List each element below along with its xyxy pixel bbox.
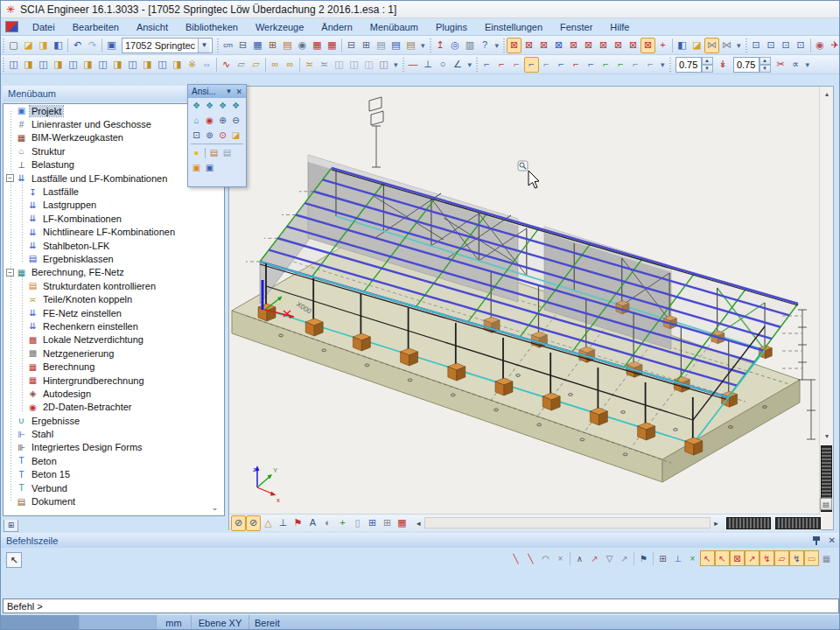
light-angle-button[interactable]: △ <box>261 515 276 531</box>
save-button[interactable]: ◧ <box>51 38 66 53</box>
plugin-jet-button[interactable]: ✈ <box>828 38 840 53</box>
viewport-horizontal-scrollbar[interactable] <box>424 517 711 528</box>
3d-viewport[interactable]: X000 z Y x ▴ ▾ <box>228 86 834 530</box>
toolbar-overflow-chevron[interactable]: ▾ <box>803 60 813 69</box>
section-9-button[interactable]: ◫ <box>125 57 140 73</box>
toolbar-overflow-chevron[interactable]: ▾ <box>734 41 744 50</box>
render-shading-button[interactable]: ◐ <box>320 515 335 531</box>
beam-f6-button[interactable]: ⌐ <box>554 57 569 73</box>
beam-f11-button[interactable]: ⌐ <box>628 57 643 73</box>
engineering-report-button[interactable]: ▤ <box>388 38 403 53</box>
scroll-down-button[interactable]: ▾ <box>821 430 833 443</box>
ghost-4-button[interactable]: ◫ <box>376 57 391 73</box>
drawing-scale-button[interactable]: ∝ <box>788 57 803 73</box>
scale-factor-2-stepper[interactable]: ▲▼ <box>760 57 771 73</box>
profile-copy-button[interactable]: ⊠ <box>626 38 640 53</box>
tree-item-lastgruppen[interactable]: ⇊Lastgruppen <box>4 199 224 212</box>
snap-grid-button[interactable]: ⊞ <box>655 550 670 566</box>
document-gray-button[interactable]: ▤ <box>374 38 388 53</box>
view-x-button[interactable]: ❖ <box>190 99 203 112</box>
tree-item-integriertes-design-forms[interactable]: ⊪Integriertes Design Forms <box>4 441 224 454</box>
ghost-1-button[interactable]: ◫ <box>332 57 346 73</box>
light-toggle-button[interactable]: ● <box>190 146 203 159</box>
print-button[interactable]: ⊟ <box>344 38 359 53</box>
zoom-all-button[interactable]: ⊚ <box>203 129 216 142</box>
link-1-button[interactable]: ∞ <box>268 57 283 73</box>
menu-item-ansicht[interactable]: Ansicht <box>128 19 177 35</box>
wireframe-button[interactable]: ▣ <box>203 161 216 174</box>
table-input-button[interactable]: ▦ <box>325 38 340 53</box>
zoom-selection-button[interactable]: ⊙ <box>216 129 229 142</box>
snap-surface-button[interactable]: ▽ <box>602 550 617 566</box>
snap-calculator-button[interactable]: ▦ <box>819 550 834 566</box>
calculator-button[interactable]: ▦ <box>250 38 265 53</box>
ghost-3-button[interactable]: ◫ <box>361 57 376 73</box>
view-section-button[interactable]: ◉ <box>203 114 216 127</box>
ghost-2-button[interactable]: ◫ <box>346 57 361 73</box>
tree-item-lokale-netzverdichtung[interactable]: ▩Lokale Netzverdichtung <box>4 333 224 346</box>
tree-item-stahl[interactable]: ⊩Stahl <box>4 427 224 440</box>
scale-factor-1-value[interactable]: 0.75 <box>676 57 702 73</box>
filter-on-button[interactable]: ⋈ <box>704 38 719 53</box>
tree-item-nichtlineare-lf-kombinationen[interactable]: ⇊Nichtlineare LF-Kombinationen <box>4 226 224 239</box>
clipboard-button[interactable]: ▤ <box>280 38 295 53</box>
snap-circle-button[interactable]: ◠ <box>538 550 553 566</box>
dim-angle-button[interactable]: ∠ <box>451 57 466 73</box>
clip-box-button[interactable]: ▣ <box>190 161 203 174</box>
undo-button[interactable]: ↶ <box>70 38 85 53</box>
redo-button[interactable]: ↷ <box>85 38 100 53</box>
snap-line-1-button[interactable]: ╲ <box>508 550 523 566</box>
window-horizontal-button[interactable]: ⊡ <box>779 38 794 53</box>
dim-line-button[interactable]: — <box>406 57 421 73</box>
rotate-x-slider[interactable] <box>726 517 772 529</box>
scroll-left-icon[interactable]: ◂ <box>413 519 424 528</box>
beam-f5-button[interactable]: ⌐ <box>539 57 554 73</box>
section-7-button[interactable]: ◫ <box>95 57 110 73</box>
coordinates-button[interactable]: ⊞ <box>265 38 280 53</box>
table-results-button[interactable]: ▦ <box>310 38 325 53</box>
tree-item-netzgenerierung[interactable]: ▩Netzgenerierung <box>4 346 224 360</box>
open-project-button[interactable]: ◪ <box>21 38 36 53</box>
viewport-vertical-scrollbar[interactable]: ▴ ▾ ▤ <box>819 87 833 514</box>
snap-curve-active-button[interactable]: ↯ <box>789 550 804 566</box>
zoom-window-button[interactable]: ⊡ <box>190 129 203 142</box>
tree-item-verbund[interactable]: TVerbund <box>4 481 224 494</box>
status-units[interactable]: mm <box>157 615 192 630</box>
section-6-button[interactable]: ◨ <box>80 57 95 73</box>
tree-expander-minus[interactable]: − <box>6 174 14 182</box>
view-palette-titlebar[interactable]: Ansi... ▼ ✕ <box>188 85 246 98</box>
load-selection-button[interactable]: ◪ <box>690 38 704 53</box>
show-labels-button[interactable]: A <box>305 515 320 531</box>
tree-item-beton-15[interactable]: TBeton 15 <box>4 468 224 481</box>
clip-polygon-button[interactable]: ▱ <box>248 57 263 73</box>
profile-delete-button[interactable]: ⊠ <box>536 38 551 53</box>
section-14-button[interactable]: ⇔ <box>200 57 214 73</box>
menu-item--ndern[interactable]: Ändern <box>312 19 360 35</box>
beam-f3-button[interactable]: ⌐ <box>509 57 524 73</box>
window-tile-button[interactable]: ⊡ <box>764 38 779 53</box>
tree-item-autodesign[interactable]: ◈Autodesign <box>4 387 224 400</box>
toolbar-overflow-chevron[interactable]: ▾ <box>418 41 428 50</box>
tree-item-hintergrundberechnung[interactable]: ▦Hintergrundberechnung <box>4 374 224 387</box>
zoom-in-button[interactable]: ⊕ <box>216 114 229 127</box>
menu-item-einstellungen[interactable]: Einstellungen <box>476 19 551 35</box>
spin-up-icon[interactable]: ▲ <box>702 57 713 65</box>
window-cascade-button[interactable]: ⊡ <box>749 38 764 53</box>
document-history-button[interactable]: ▤ <box>403 38 418 53</box>
profile-blue-button[interactable]: ⊠ <box>551 38 566 53</box>
snap-mid-active-button[interactable]: ↖ <box>715 550 730 566</box>
scale-factor-1-stepper[interactable]: ▲▼ <box>702 57 713 73</box>
section-8-button[interactable]: ◨ <box>110 57 125 73</box>
beam-f9-button[interactable]: ⌐ <box>598 57 613 73</box>
selection-cursor-button[interactable]: ↖ <box>6 552 22 568</box>
show-document-button[interactable]: ▯ <box>350 515 365 531</box>
tree-item-ergebnisklassen[interactable]: ▤Ergebnisklassen <box>4 252 224 265</box>
save-all-button[interactable]: ◨ <box>36 38 51 53</box>
app-menu-icon[interactable] <box>5 21 18 32</box>
query-button[interactable]: ? <box>478 38 493 53</box>
zoom-out-button[interactable]: ⊖ <box>229 114 242 127</box>
toolbar-overflow-chevron[interactable]: ▾ <box>493 41 502 50</box>
3d-viewport-canvas[interactable]: X000 z Y x <box>229 87 821 514</box>
draw-curve-button[interactable]: ∿ <box>219 57 234 73</box>
beam-f4-button[interactable]: ⌐ <box>524 57 539 73</box>
